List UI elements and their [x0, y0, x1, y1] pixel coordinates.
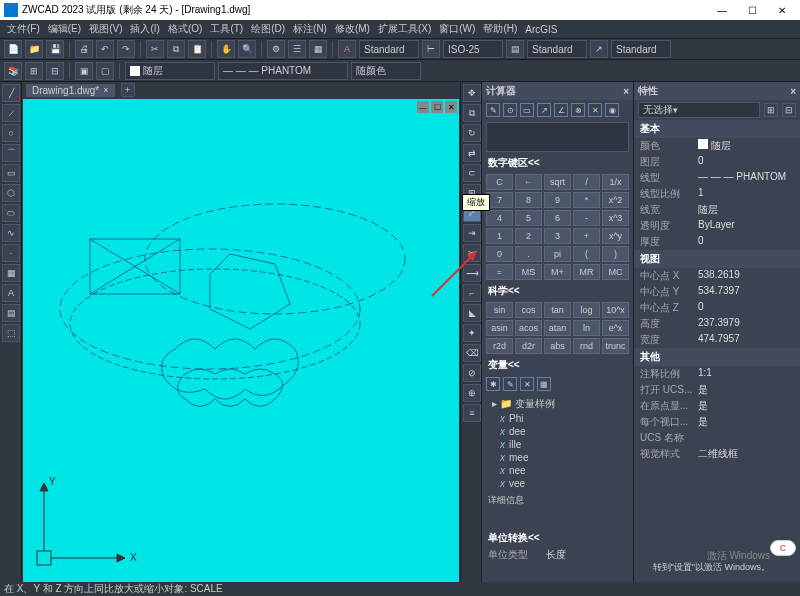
- calc-key-/[interactable]: /: [573, 174, 600, 190]
- canvas-max-icon[interactable]: ☐: [431, 101, 443, 113]
- calc-key-9[interactable]: 9: [544, 192, 571, 208]
- prop-row[interactable]: 图层0: [634, 154, 800, 170]
- var-dee[interactable]: xdee: [488, 425, 627, 438]
- calc-key-)[interactable]: ): [602, 246, 629, 262]
- menu-file[interactable]: 文件(F): [4, 21, 43, 37]
- drawing-canvas[interactable]: — ☐ ✕: [23, 99, 459, 585]
- sci-key-abs[interactable]: abs: [544, 338, 571, 354]
- move-icon[interactable]: ✥: [463, 84, 481, 102]
- cut-icon[interactable]: ✂: [146, 40, 164, 58]
- line-icon[interactable]: ╱: [2, 84, 20, 102]
- dim-icon[interactable]: ⊢: [422, 40, 440, 58]
- var-new-icon[interactable]: ✱: [486, 377, 500, 391]
- zoom-icon[interactable]: 🔍: [238, 40, 256, 58]
- calc-key-MS[interactable]: MS: [515, 264, 542, 280]
- calc-key-C[interactable]: C: [486, 174, 513, 190]
- color-dd[interactable]: 随层: [125, 62, 215, 80]
- prop-row[interactable]: 注释比例1:1: [634, 366, 800, 382]
- menu-window[interactable]: 窗口(W): [436, 21, 478, 37]
- calc-key-x^3[interactable]: x^3: [602, 210, 629, 226]
- menu-insert[interactable]: 插入(I): [127, 21, 162, 37]
- pan-icon[interactable]: ✋: [217, 40, 235, 58]
- calc-key-([interactable]: (: [573, 246, 600, 262]
- prop-row[interactable]: 每个视口...是: [634, 414, 800, 430]
- sci-key-ln[interactable]: ln: [573, 320, 600, 336]
- explode-icon[interactable]: ✦: [463, 324, 481, 342]
- menu-ext[interactable]: 扩展工具(X): [375, 21, 434, 37]
- group-other[interactable]: 其他: [634, 348, 800, 366]
- sci-key-r2d[interactable]: r2d: [486, 338, 513, 354]
- calc-tool4-icon[interactable]: ↗: [537, 103, 551, 117]
- prop-row[interactable]: 线型— — — PHANTOM: [634, 170, 800, 186]
- layer2-icon[interactable]: ⊞: [25, 62, 43, 80]
- menu-edit[interactable]: 编辑(E): [45, 21, 84, 37]
- text-style-dd[interactable]: Standard: [359, 40, 419, 58]
- sci-key-10^x[interactable]: 10^x: [602, 302, 629, 318]
- layer-icon[interactable]: 📚: [4, 62, 22, 80]
- text-icon[interactable]: A: [2, 284, 20, 302]
- calc-key-1/x[interactable]: 1/x: [602, 174, 629, 190]
- var-detail[interactable]: 详细信息: [482, 492, 633, 509]
- sci-key-sin[interactable]: sin: [486, 302, 513, 318]
- layer3-icon[interactable]: ⊟: [46, 62, 64, 80]
- open-icon[interactable]: 📁: [25, 40, 43, 58]
- table2-icon[interactable]: ▤: [2, 304, 20, 322]
- prop-row[interactable]: 中心点 Z0: [634, 300, 800, 316]
- offset-icon[interactable]: ⊂: [463, 164, 481, 182]
- calc-key-x^y[interactable]: x^y: [602, 228, 629, 244]
- paste-icon[interactable]: 📋: [188, 40, 206, 58]
- calc-key-=[interactable]: =: [486, 264, 513, 280]
- calc-key-8[interactable]: 8: [515, 192, 542, 208]
- misc2-icon[interactable]: ☰: [288, 40, 306, 58]
- menu-dim[interactable]: 标注(N): [290, 21, 330, 37]
- sci-key-trunc[interactable]: trunc: [602, 338, 629, 354]
- prop-row[interactable]: 透明度ByLayer: [634, 218, 800, 234]
- mirror-icon[interactable]: ⇄: [463, 144, 481, 162]
- prop-row[interactable]: 厚度0: [634, 234, 800, 250]
- prop-row[interactable]: 高度237.3979: [634, 316, 800, 332]
- sci-key-cos[interactable]: cos: [515, 302, 542, 318]
- arc-icon[interactable]: ⌒: [2, 144, 20, 162]
- mleader-icon[interactable]: ↗: [590, 40, 608, 58]
- circle-icon[interactable]: ○: [2, 124, 20, 142]
- new-tab-icon[interactable]: +: [121, 83, 135, 97]
- var-ille[interactable]: xille: [488, 438, 627, 451]
- ellipse-icon[interactable]: ⬭: [2, 204, 20, 222]
- sci-key-atan[interactable]: atan: [544, 320, 571, 336]
- prop-row[interactable]: 颜色随层: [634, 138, 800, 154]
- minimize-button[interactable]: —: [708, 2, 736, 18]
- calc-key-+[interactable]: +: [573, 228, 600, 244]
- linetype-dd[interactable]: — — — PHANTOM: [218, 62, 348, 80]
- stretch-icon[interactable]: ⇥: [463, 224, 481, 242]
- table-style-dd[interactable]: Standard: [527, 40, 587, 58]
- calc-tool8-icon[interactable]: ◉: [605, 103, 619, 117]
- maximize-button[interactable]: ☐: [738, 2, 766, 18]
- prop-row[interactable]: 打开 UCS...是: [634, 382, 800, 398]
- erase-icon[interactable]: ⌫: [463, 344, 481, 362]
- sci-key-acos[interactable]: acos: [515, 320, 542, 336]
- save-icon[interactable]: 💾: [46, 40, 64, 58]
- misc-icon[interactable]: ⚙: [267, 40, 285, 58]
- copy-icon[interactable]: ⧉: [167, 40, 185, 58]
- calc-key-pi[interactable]: pi: [544, 246, 571, 262]
- calc-key-MC[interactable]: MC: [602, 264, 629, 280]
- calc-key--[interactable]: -: [573, 210, 600, 226]
- break-icon[interactable]: ⊘: [463, 364, 481, 382]
- calc-key-x^2[interactable]: x^2: [602, 192, 629, 208]
- var-nee[interactable]: xnee: [488, 464, 627, 477]
- rect-icon[interactable]: ▭: [2, 164, 20, 182]
- chamfer-icon[interactable]: ◣: [463, 304, 481, 322]
- new-icon[interactable]: 📄: [4, 40, 22, 58]
- undo-icon[interactable]: ↶: [96, 40, 114, 58]
- sci-key-tan[interactable]: tan: [544, 302, 571, 318]
- var-mee[interactable]: xmee: [488, 451, 627, 464]
- sci-header[interactable]: 科学<<: [482, 282, 633, 300]
- align-icon[interactable]: ≡: [463, 404, 481, 422]
- calc-display[interactable]: [486, 122, 629, 152]
- spline-icon[interactable]: ∿: [2, 224, 20, 242]
- calc-key-M+[interactable]: M+: [544, 264, 571, 280]
- calc-tool1-icon[interactable]: ✎: [486, 103, 500, 117]
- prop-row[interactable]: 线宽随层: [634, 202, 800, 218]
- point-icon[interactable]: ·: [2, 244, 20, 262]
- prop-row[interactable]: 中心点 Y534.7397: [634, 284, 800, 300]
